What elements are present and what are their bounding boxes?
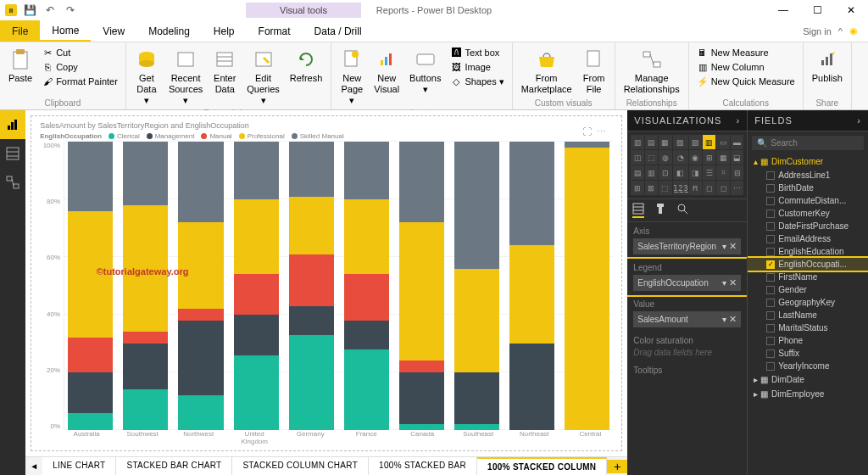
bar-canada[interactable] — [399, 142, 444, 430]
menu-tab-format[interactable]: Format — [247, 20, 303, 42]
legend-item[interactable]: Professional — [239, 132, 285, 140]
viz-type-icon[interactable]: ⊠ — [645, 181, 658, 195]
axis-field-pill[interactable]: SalesTerritoryRegion▾ ✕ — [633, 238, 741, 254]
visualizations-header[interactable]: VISUALIZATIONS› — [627, 110, 747, 131]
cut-button[interactable]: ✂Cut — [39, 46, 120, 59]
recent-sources-button[interactable]: RecentSources▾ — [165, 46, 206, 109]
viz-type-icon[interactable]: ▬ — [731, 135, 743, 149]
focus-mode-icon[interactable]: ⛶ — [582, 126, 592, 137]
new-quick-measure-button[interactable]: ⚡New Quick Measure — [694, 75, 798, 88]
legend-item[interactable]: Clerical — [108, 132, 140, 140]
menu-tab-view[interactable]: View — [91, 20, 136, 42]
field-maritalstatus[interactable]: MaritalStatus — [748, 321, 868, 334]
remove-legend-icon[interactable]: ✕ — [729, 277, 737, 288]
textbox-button[interactable]: 🅰Text box — [448, 46, 506, 59]
viz-type-icon[interactable]: ◍ — [659, 150, 671, 165]
bar-germany[interactable] — [289, 142, 334, 430]
value-field-pill[interactable]: SalesAmount▾ ✕ — [633, 311, 741, 327]
viz-type-icon[interactable]: ⬚ — [645, 150, 658, 165]
viz-type-icon[interactable]: ◨ — [689, 165, 702, 180]
viz-type-icon[interactable]: ⊞ — [631, 181, 643, 195]
field-addressline[interactable]: AddressLine1 — [748, 169, 868, 182]
viz-type-icon[interactable]: ☰ — [703, 165, 715, 180]
field-suffix[interactable]: Suffix — [748, 347, 868, 360]
remove-axis-icon[interactable]: ✕ — [729, 241, 737, 251]
page-tab[interactable]: LINE CHART — [42, 457, 116, 475]
bar-northeast[interactable] — [509, 142, 554, 430]
table-dimcustomer[interactable]: ▴ ▦ DimCustomer — [748, 154, 868, 169]
menu-tab-home[interactable]: Home — [40, 20, 91, 42]
page-tab[interactable]: STACKED COLUMN CHART — [232, 457, 369, 475]
field-firstname[interactable]: FirstName — [748, 271, 868, 283]
legend-item[interactable]: Skilled Manual — [292, 132, 344, 140]
field-customerkey[interactable]: CustomerKey — [748, 207, 868, 220]
viz-type-icon[interactable]: R — [689, 181, 702, 195]
undo-icon[interactable]: ↶ — [42, 3, 58, 18]
field-commutedistan[interactable]: CommuteDistan... — [748, 194, 868, 207]
report-view-icon[interactable] — [0, 110, 25, 139]
menu-tab-modeling[interactable]: Modeling — [136, 20, 202, 42]
viz-type-icon[interactable]: ▧ — [673, 135, 688, 149]
viz-type-icon[interactable]: ◔ — [673, 150, 688, 165]
viz-type-icon[interactable]: ▦ — [659, 135, 671, 149]
from-file-button[interactable]: FromFile — [579, 46, 609, 97]
add-page-button[interactable]: + — [607, 460, 627, 473]
field-geographykey[interactable]: GeographyKey — [748, 296, 868, 309]
bar-southeast[interactable] — [454, 142, 499, 430]
bar-france[interactable] — [344, 142, 389, 430]
viz-type-icon[interactable]: ◻ — [716, 181, 729, 195]
minimize-button[interactable]: — — [766, 0, 800, 20]
viz-type-icon[interactable]: ▥ — [703, 135, 715, 149]
field-yearlyincome[interactable]: YearlyIncome — [748, 360, 868, 372]
viz-type-icon[interactable]: ◧ — [673, 165, 688, 180]
file-menu[interactable]: File — [0, 20, 40, 42]
menu-tab-help[interactable]: Help — [202, 20, 247, 42]
manage-relationships-button[interactable]: ManageRelationships — [620, 46, 683, 97]
new-column-button[interactable]: ▥New Column — [694, 60, 798, 74]
edit-queries-button[interactable]: EditQueries▾ — [243, 46, 283, 109]
table-dimemployee[interactable]: ▸ ▦ DimEmployee — [748, 387, 868, 401]
bar-central[interactable] — [565, 142, 609, 430]
format-mode-icon[interactable] — [654, 203, 666, 218]
format-painter-button[interactable]: 🖌Format Painter — [39, 75, 120, 88]
viz-type-icon[interactable]: ⊞ — [703, 150, 715, 165]
fields-search-input[interactable]: 🔍Search — [752, 136, 864, 150]
menu-tab-datadrill[interactable]: Data / Drill — [303, 20, 374, 42]
field-lastname[interactable]: LastName — [748, 309, 868, 321]
close-button[interactable]: ✕ — [834, 0, 868, 20]
new-visual-button[interactable]: NewVisual — [370, 46, 403, 97]
buttons-button[interactable]: Buttons▾ — [406, 46, 444, 97]
from-marketplace-button[interactable]: FromMarketplace — [518, 46, 576, 97]
viz-type-icon[interactable]: ◫ — [631, 150, 643, 165]
image-button[interactable]: 🖼Image — [448, 60, 506, 74]
page-tab[interactable]: 100% STACKED BAR — [369, 457, 477, 475]
viz-type-icon[interactable]: ⌗ — [716, 165, 729, 180]
bar-northwest[interactable] — [178, 142, 223, 430]
viz-type-icon[interactable]: 1̲2̲3̲ — [673, 181, 688, 195]
publish-button[interactable]: Publish — [809, 46, 846, 86]
viz-type-icon[interactable]: ▭ — [716, 135, 729, 149]
viz-type-icon[interactable]: ▥ — [645, 165, 658, 180]
chevron-up-icon[interactable]: ^ — [838, 26, 843, 36]
fields-mode-icon[interactable] — [632, 203, 644, 218]
page-tab[interactable]: STACKED BAR CHART — [116, 457, 232, 475]
analytics-mode-icon[interactable] — [676, 203, 688, 218]
field-gender[interactable]: Gender — [748, 283, 868, 296]
viz-type-icon[interactable]: ▨ — [689, 135, 702, 149]
bar-southwest[interactable] — [123, 142, 168, 430]
viz-type-icon[interactable]: ▤ — [631, 165, 643, 180]
viz-type-icon[interactable]: ⋯ — [731, 181, 743, 195]
tab-prev-icon[interactable]: ◄ — [25, 461, 42, 471]
viz-type-icon[interactable]: ▦ — [716, 150, 729, 165]
viz-type-icon[interactable]: ⊟ — [731, 165, 743, 180]
legend-item[interactable]: Management — [147, 132, 195, 140]
new-page-button[interactable]: NewPage▾ — [337, 46, 367, 109]
redo-icon[interactable]: ↷ — [63, 3, 78, 18]
refresh-button[interactable]: Refresh — [287, 46, 326, 86]
new-measure-button[interactable]: 🖩New Measure — [694, 46, 798, 59]
enter-data-button[interactable]: EnterData — [209, 46, 240, 97]
model-view-icon[interactable] — [0, 168, 25, 197]
viz-type-icon[interactable]: ◻ — [703, 181, 715, 195]
fields-header[interactable]: FIELDS› — [748, 110, 868, 131]
legend-field-pill[interactable]: EnglishOccupation▾ ✕ — [633, 275, 741, 291]
